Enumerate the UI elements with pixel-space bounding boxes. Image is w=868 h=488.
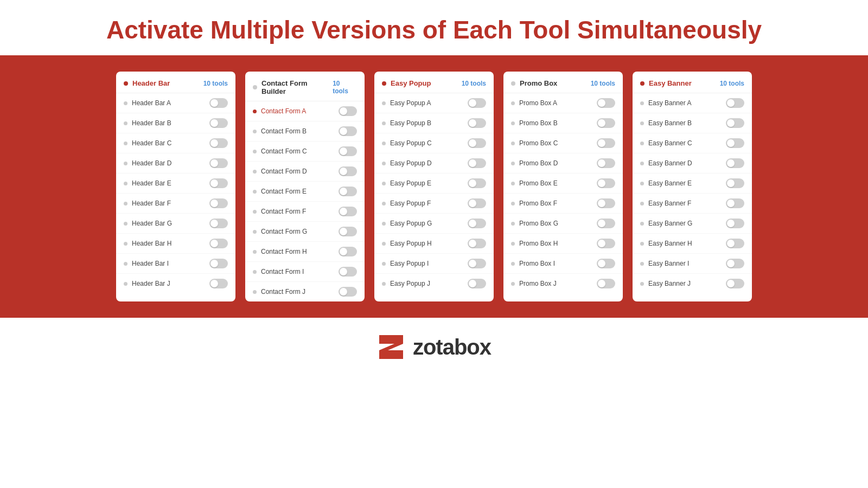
toggle-promo-box-9[interactable] [597,279,615,288]
item-dot-header-bar-6 [124,222,127,226]
item-dot-easy-banner-5 [640,202,644,206]
item-label-easy-banner-6: Easy Banner G [648,220,692,227]
toggle-easy-popup-1[interactable] [468,118,486,128]
toggle-easy-popup-6[interactable] [468,219,486,228]
toggle-easy-banner-3[interactable] [726,158,744,168]
item-label-promo-box-7: Promo Box H [519,240,558,247]
toggle-easy-popup-8[interactable] [468,259,486,268]
item-dot-easy-popup-2 [382,142,386,145]
item-label-header-bar-4: Header Bar E [132,179,171,187]
toggle-promo-box-4[interactable] [597,178,615,188]
item-dot-promo-box-8 [511,262,515,266]
item-dot-contact-form-builder-1 [253,130,257,133]
toggle-easy-popup-2[interactable] [468,138,486,148]
toggle-easy-popup-3[interactable] [468,158,486,168]
toggle-header-bar-9[interactable] [209,279,228,288]
list-item: Contact Form G [245,222,365,242]
toggle-contact-form-builder-0[interactable] [339,106,357,116]
toggle-easy-popup-0[interactable] [468,98,486,108]
item-dot-promo-box-1 [511,121,515,125]
toggle-promo-box-8[interactable] [597,259,615,268]
list-item: Contact Form E [245,182,365,202]
toggle-header-bar-2[interactable] [209,138,228,148]
list-item: Easy Popup F [374,194,494,214]
item-dot-contact-form-builder-9 [253,290,257,294]
list-item: Promo Box H [503,234,623,254]
toggle-easy-popup-7[interactable] [468,239,486,248]
toggle-header-bar-7[interactable] [209,239,228,248]
list-item: Promo Box I [503,254,623,274]
item-dot-easy-banner-0 [640,101,644,105]
toggle-header-bar-8[interactable] [209,259,228,268]
toggle-easy-banner-7[interactable] [726,239,744,248]
list-item: Contact Form J [245,282,365,301]
list-item: Promo Box A [503,93,623,113]
toggle-easy-banner-0[interactable] [726,98,744,108]
item-label-header-bar-6: Header Bar G [132,220,172,227]
toggle-header-bar-5[interactable] [209,198,228,208]
toggle-header-bar-1[interactable] [209,118,228,128]
toggle-easy-banner-6[interactable] [726,219,744,228]
toggle-easy-banner-1[interactable] [726,118,744,128]
toggle-promo-box-6[interactable] [597,219,615,228]
tools-badge-promo-box: 10 tools [591,80,615,87]
item-label-easy-popup-7: Easy Popup H [390,240,432,247]
toggle-contact-form-builder-3[interactable] [339,166,357,176]
zotabox-logo-icon [377,333,405,361]
list-item: Easy Popup B [374,113,494,133]
toggle-contact-form-builder-2[interactable] [339,146,357,156]
page-title: Activate Multiple Versions of Each Tool … [33,15,835,44]
item-dot-easy-popup-3 [382,162,386,165]
toggle-promo-box-7[interactable] [597,239,615,248]
item-dot-promo-box-2 [511,142,515,145]
item-dot-promo-box-3 [511,162,515,165]
toggle-easy-banner-8[interactable] [726,259,744,268]
toggle-contact-form-builder-4[interactable] [339,187,357,196]
toggle-easy-popup-4[interactable] [468,178,486,188]
list-item: Easy Popup G [374,214,494,234]
list-item: Header Bar F [116,194,235,214]
zotabox-logo-text: zotabox [413,335,491,359]
toggle-easy-banner-5[interactable] [726,198,744,208]
list-item: Easy Popup J [374,274,494,293]
item-dot-easy-popup-5 [382,202,386,206]
toggle-header-bar-3[interactable] [209,158,228,168]
toggle-easy-popup-5[interactable] [468,198,486,208]
item-label-header-bar-5: Header Bar F [132,200,171,207]
toggle-contact-form-builder-8[interactable] [339,267,357,277]
toggle-easy-banner-2[interactable] [726,138,744,148]
item-dot-contact-form-builder-2 [253,150,257,153]
toggle-contact-form-builder-7[interactable] [339,247,357,256]
toggle-contact-form-builder-1[interactable] [339,126,357,136]
item-dot-header-bar-5 [124,202,127,206]
toggle-contact-form-builder-9[interactable] [339,287,357,297]
card-header-bar: Header Bar10 toolsHeader Bar AHeader Bar… [116,72,235,301]
item-dot-promo-box-6 [511,222,515,226]
toggle-easy-banner-9[interactable] [726,279,744,288]
toggle-easy-popup-9[interactable] [468,279,486,288]
toggle-promo-box-3[interactable] [597,158,615,168]
toggle-promo-box-1[interactable] [597,118,615,128]
list-item: Promo Box G [503,214,623,234]
item-label-contact-form-builder-9: Contact Form J [261,288,305,296]
item-dot-easy-popup-9 [382,282,386,286]
toggle-header-bar-6[interactable] [209,219,228,228]
toggle-header-bar-0[interactable] [209,98,228,108]
header-dot-promo-box [511,81,515,86]
toggle-promo-box-0[interactable] [597,98,615,108]
toggle-header-bar-4[interactable] [209,178,228,188]
item-dot-header-bar-1 [124,121,127,125]
toggle-contact-form-builder-6[interactable] [339,227,357,236]
bottom-section: zotabox [0,318,868,372]
toggle-contact-form-builder-5[interactable] [339,207,357,216]
card-promo-box: Promo Box10 toolsPromo Box APromo Box BP… [503,72,623,301]
card-easy-banner: Easy Banner10 toolsEasy Banner AEasy Ban… [633,72,752,301]
toggle-promo-box-2[interactable] [597,138,615,148]
item-dot-promo-box-4 [511,182,515,185]
list-item: Easy Popup C [374,133,494,153]
card-title-easy-popup: Easy Popup [391,79,431,87]
toggle-easy-banner-4[interactable] [726,178,744,188]
card-header-contact-form-builder: Contact Form Builder10 tools [245,72,365,101]
item-dot-header-bar-4 [124,182,127,185]
toggle-promo-box-5[interactable] [597,198,615,208]
